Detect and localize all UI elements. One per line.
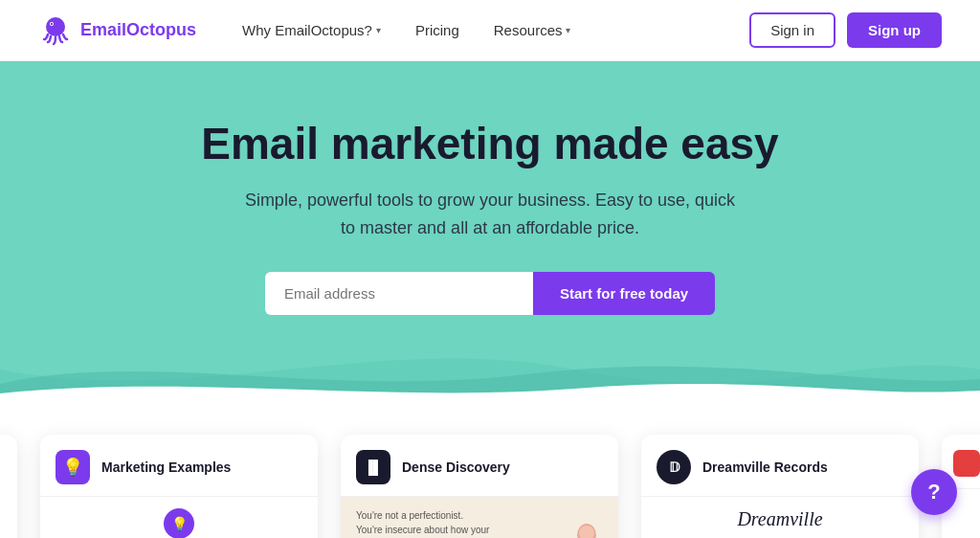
dense-discovery-icon: ▐▌ xyxy=(356,450,390,484)
chevron-down-icon: ▾ xyxy=(376,25,381,35)
card-dreamville: 𝔻 Dreamville Records Dreamville NEWS ART… xyxy=(641,435,919,538)
hero-form: Start for free today xyxy=(19,272,961,315)
card-dreamville-body: Dreamville NEWS ARTISTS RELEASES VIDEOS … xyxy=(641,497,919,538)
signup-button[interactable]: Sign up xyxy=(847,12,942,48)
hero-subheadline: Simple, powerful tools to grow your busi… xyxy=(241,187,739,242)
card-header: 💡 Marketing Examples xyxy=(40,435,318,497)
email-input[interactable] xyxy=(265,272,533,315)
dreamville-logo: Dreamville xyxy=(657,508,903,530)
nav-pricing[interactable]: Pricing xyxy=(400,14,475,46)
card-marketing-examples: 💡 Marketing Examples 💡 #049 - My guide t… xyxy=(40,435,318,538)
chevron-down-icon: ▾ xyxy=(566,25,570,35)
card-quote-text: You're not a perfectionist. You're insec… xyxy=(356,508,490,538)
hero-headline: Email marketing made easy xyxy=(19,119,961,169)
card-quote-area: You're not a perfectionist. You're insec… xyxy=(341,497,618,538)
svg-point-2 xyxy=(51,23,53,25)
hero-wave xyxy=(0,331,980,406)
card-title: Dreamville Records xyxy=(702,460,828,475)
card-title: Dense Discovery xyxy=(402,460,510,475)
svg-point-0 xyxy=(46,17,65,36)
marketing-icon: 💡 xyxy=(56,450,90,484)
card-title: Marketing Examples xyxy=(101,460,231,475)
partial-card-icon xyxy=(953,450,980,477)
nav-why-emailoctopus[interactable]: Why EmailOctopus? ▾ xyxy=(227,14,396,46)
cta-button[interactable]: Start for free today xyxy=(533,272,715,315)
brand-name: EmailOctopus xyxy=(80,20,196,40)
card-partial-left xyxy=(0,435,17,538)
nav-resources[interactable]: Resources ▾ xyxy=(479,14,587,46)
navbar: EmailOctopus Why EmailOctopus? ▾ Pricing… xyxy=(0,0,980,61)
cards-section: 💡 Marketing Examples 💡 #049 - My guide t… xyxy=(0,406,980,538)
card-illustration xyxy=(553,516,611,538)
nav-links: Why EmailOctopus? ▾ Pricing Resources ▾ xyxy=(227,14,749,46)
nav-actions: Sign in Sign up xyxy=(749,12,942,48)
help-button[interactable]: ? xyxy=(911,469,957,515)
dreamville-icon: 𝔻 xyxy=(657,450,691,484)
card-dense-discovery: ▐▌ Dense Discovery You're not a perfecti… xyxy=(341,435,618,538)
brand-logo[interactable]: EmailOctopus xyxy=(38,13,196,48)
signin-button[interactable]: Sign in xyxy=(749,12,835,48)
card-header: 𝔻 Dreamville Records xyxy=(641,435,919,497)
hero-section: Email marketing made easy Simple, powerf… xyxy=(0,61,980,406)
card-sub-icon: 💡 xyxy=(164,508,194,538)
octopus-icon xyxy=(38,13,73,48)
card-header: ▐▌ Dense Discovery xyxy=(341,435,618,497)
card-body: 💡 #049 - My guide to conversational copy… xyxy=(40,497,318,538)
